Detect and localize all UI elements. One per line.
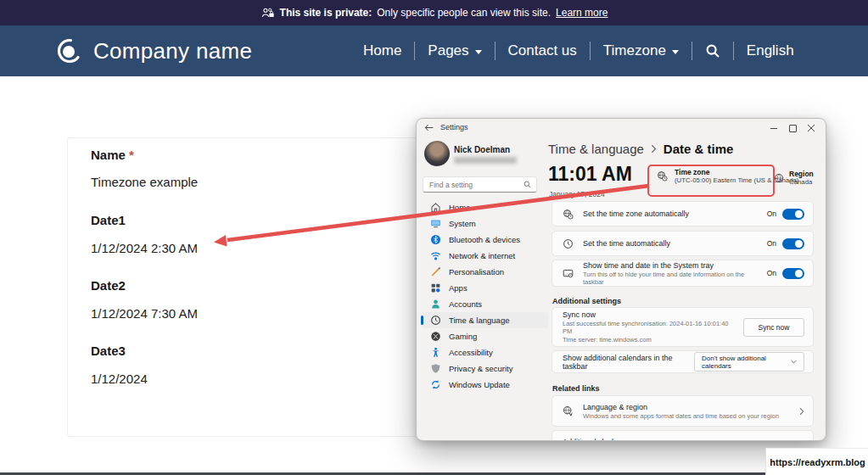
region-summary: Region Canada (774, 170, 814, 186)
name-field-label: Name * (91, 148, 134, 162)
date1-field-value: 1/12/2024 2:30 AM (91, 241, 198, 255)
main-navbar: Company name Home Pages Contact us Timez… (0, 25, 868, 76)
toggle-switch[interactable] (782, 268, 804, 279)
company-logo-icon (56, 37, 83, 64)
related-links-heading: Related links (552, 384, 600, 393)
nav-item-contact-us[interactable]: Contact us (508, 42, 577, 59)
chevron-down-icon (475, 50, 482, 54)
timezone-globe-clock-icon (563, 209, 574, 220)
setting-row-systray-clock: Show time and date in the System tray Tu… (552, 260, 814, 287)
calendars-dropdown[interactable]: Don't show additional calendars (694, 352, 804, 372)
nav-separator (692, 42, 692, 60)
sync-now-button[interactable]: Sync now (743, 318, 804, 337)
update-icon (430, 379, 441, 390)
banner-text: Only specific people can view this site. (377, 7, 551, 19)
settings-search-input[interactable] (423, 181, 524, 189)
nav-item-pages[interactable]: Pages (428, 42, 481, 59)
minimize-icon (770, 128, 777, 129)
system-icon (430, 218, 441, 229)
globe-icon (774, 173, 784, 183)
sidebar-item-apps[interactable]: Apps (421, 280, 548, 296)
toggle-switch[interactable] (782, 238, 804, 249)
nav-item-home[interactable]: Home (363, 42, 401, 59)
user-name: Nick Doelman (454, 145, 510, 154)
gaming-icon (430, 331, 441, 342)
setting-row-additional-clocks[interactable]: Additional clocks (552, 430, 814, 441)
search-icon (524, 181, 531, 188)
private-site-banner: This site is private: Only specific peop… (0, 0, 868, 25)
breadcrumb: Time & language Date & time (548, 142, 733, 156)
nav-separator (414, 42, 415, 60)
setting-row-timezone-auto: Set the time zone automatically On (552, 201, 814, 226)
sidebar-item-privacy-security[interactable]: Privacy & security (421, 360, 548, 377)
watermark-url: https://readyxrm.blog (765, 448, 868, 475)
toggle-switch[interactable] (782, 209, 804, 220)
date1-field-label: Date1 (91, 213, 126, 227)
nav-item-timezone[interactable]: Timezone (603, 42, 679, 59)
current-date: January 17, 2024 (549, 190, 605, 198)
brush-icon (430, 266, 441, 277)
window-titlebar[interactable]: Settings (417, 119, 826, 137)
region-title: Region (789, 170, 814, 178)
person-icon (430, 299, 441, 310)
sidebar-item-system[interactable]: System (421, 215, 548, 232)
nav-separator (590, 42, 591, 60)
brand[interactable]: Company name (56, 37, 252, 64)
date2-field-value: 1/12/2024 7:30 AM (91, 306, 198, 321)
home-icon (430, 202, 441, 213)
settings-sidebar: Home System Bluetooth & devices Network … (421, 199, 548, 393)
maximize-button[interactable] (783, 119, 802, 137)
sidebar-item-accessibility[interactable]: Accessibility (421, 344, 548, 360)
sidebar-item-personalisation[interactable]: Personalisation (421, 264, 548, 280)
chevron-right-icon (799, 407, 804, 416)
sidebar-item-home[interactable]: Home (421, 199, 548, 215)
window-title: Settings (440, 123, 468, 131)
additional-settings-heading: Additional settings (552, 297, 621, 305)
sidebar-item-windows-update[interactable]: Windows Update (421, 377, 548, 393)
date3-field-value: 1/12/2024 (91, 372, 148, 386)
chevron-down-icon (672, 50, 679, 54)
search-icon (705, 43, 720, 59)
banner-bold-text: This site is private: (280, 7, 372, 19)
breadcrumb-current: Date & time (664, 142, 734, 156)
chevron-right-icon (651, 144, 657, 154)
setting-row-language-region[interactable]: Language & region Windows and some apps … (552, 395, 814, 427)
learn-more-link[interactable]: Learn more (556, 7, 608, 19)
page: This site is private: Only specific peop… (0, 0, 868, 475)
people-lock-icon (260, 7, 275, 19)
settings-search-box[interactable] (423, 176, 537, 193)
bluetooth-icon (430, 234, 441, 245)
name-field-value: Timezone example (91, 175, 198, 189)
close-button[interactable] (802, 119, 820, 137)
date2-field-label: Date2 (91, 278, 126, 293)
brand-name: Company name (93, 38, 252, 64)
toggle-state: On (767, 210, 776, 218)
sidebar-item-bluetooth-devices[interactable]: Bluetooth & devices (421, 232, 548, 248)
back-arrow-icon[interactable] (424, 124, 434, 131)
user-email-redacted (454, 157, 517, 164)
language-selector[interactable]: English (747, 42, 794, 59)
toggle-state: On (767, 239, 776, 248)
wifi-icon (430, 250, 441, 261)
sidebar-item-gaming[interactable]: Gaming (421, 328, 548, 344)
minimize-button[interactable] (764, 119, 783, 137)
avatar[interactable] (424, 141, 450, 166)
shield-icon (430, 363, 441, 374)
chevron-down-icon (798, 440, 804, 442)
chevron-down-icon (791, 360, 797, 364)
required-marker: * (129, 148, 134, 162)
language-region-icon (563, 405, 574, 416)
close-icon (808, 125, 815, 131)
current-time: 11:01 AM (548, 163, 632, 186)
sidebar-item-time-language[interactable]: Time & language (421, 312, 548, 328)
breadcrumb-parent[interactable]: Time & language (548, 142, 644, 156)
sidebar-item-network-internet[interactable]: Network & internet (421, 248, 548, 264)
setting-row-calendars: Show additional calendars in the taskbar… (552, 350, 814, 373)
setting-row-sync: Sync now Last successful time synchronis… (552, 307, 814, 347)
nav-separator (733, 42, 734, 60)
sync-server: Time server: time.windows.com (563, 336, 734, 344)
sidebar-item-accounts[interactable]: Accounts (421, 296, 548, 312)
settings-window: Settings Nick Doelman (416, 118, 826, 441)
search-button[interactable] (705, 43, 720, 59)
systray-clock-icon (563, 268, 574, 279)
